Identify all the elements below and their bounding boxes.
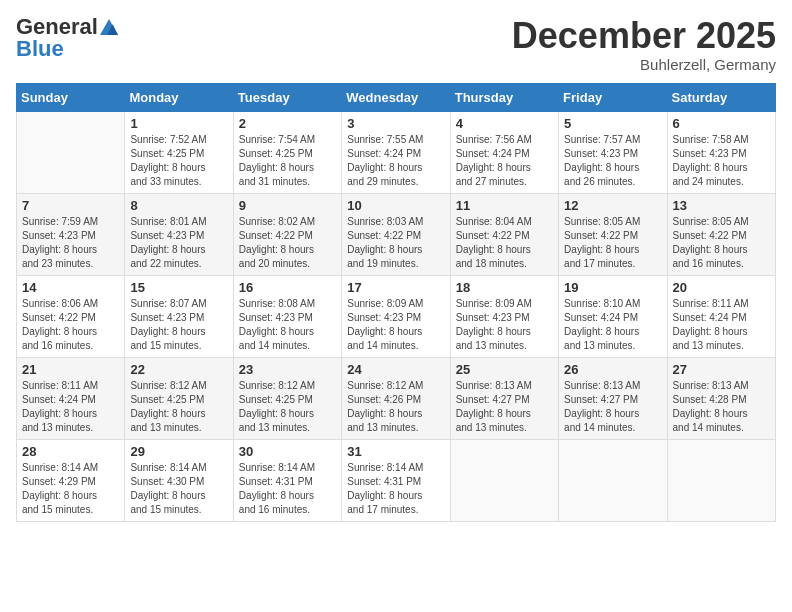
title-block: December 2025 Buhlerzell, Germany bbox=[512, 16, 776, 73]
day-info: Sunrise: 8:08 AMSunset: 4:23 PMDaylight:… bbox=[239, 297, 336, 353]
day-number: 8 bbox=[130, 198, 227, 213]
day-info: Sunrise: 7:57 AMSunset: 4:23 PMDaylight:… bbox=[564, 133, 661, 189]
day-info: Sunrise: 7:59 AMSunset: 4:23 PMDaylight:… bbox=[22, 215, 119, 271]
day-info: Sunrise: 8:10 AMSunset: 4:24 PMDaylight:… bbox=[564, 297, 661, 353]
day-info: Sunrise: 7:54 AMSunset: 4:25 PMDaylight:… bbox=[239, 133, 336, 189]
calendar-cell: 18Sunrise: 8:09 AMSunset: 4:23 PMDayligh… bbox=[450, 275, 558, 357]
day-number: 27 bbox=[673, 362, 770, 377]
calendar-cell: 31Sunrise: 8:14 AMSunset: 4:31 PMDayligh… bbox=[342, 439, 450, 521]
day-info: Sunrise: 8:09 AMSunset: 4:23 PMDaylight:… bbox=[456, 297, 553, 353]
calendar-cell: 16Sunrise: 8:08 AMSunset: 4:23 PMDayligh… bbox=[233, 275, 341, 357]
day-number: 3 bbox=[347, 116, 444, 131]
day-info: Sunrise: 8:14 AMSunset: 4:30 PMDaylight:… bbox=[130, 461, 227, 517]
calendar-day-header: Thursday bbox=[450, 83, 558, 111]
day-info: Sunrise: 8:05 AMSunset: 4:22 PMDaylight:… bbox=[564, 215, 661, 271]
day-number: 16 bbox=[239, 280, 336, 295]
calendar-cell: 23Sunrise: 8:12 AMSunset: 4:25 PMDayligh… bbox=[233, 357, 341, 439]
day-number: 6 bbox=[673, 116, 770, 131]
calendar-cell: 9Sunrise: 8:02 AMSunset: 4:22 PMDaylight… bbox=[233, 193, 341, 275]
day-number: 23 bbox=[239, 362, 336, 377]
calendar-day-header: Wednesday bbox=[342, 83, 450, 111]
day-number: 28 bbox=[22, 444, 119, 459]
day-number: 10 bbox=[347, 198, 444, 213]
day-number: 21 bbox=[22, 362, 119, 377]
day-info: Sunrise: 7:58 AMSunset: 4:23 PMDaylight:… bbox=[673, 133, 770, 189]
calendar-cell: 27Sunrise: 8:13 AMSunset: 4:28 PMDayligh… bbox=[667, 357, 775, 439]
calendar-cell: 6Sunrise: 7:58 AMSunset: 4:23 PMDaylight… bbox=[667, 111, 775, 193]
calendar-cell: 7Sunrise: 7:59 AMSunset: 4:23 PMDaylight… bbox=[17, 193, 125, 275]
day-info: Sunrise: 8:12 AMSunset: 4:25 PMDaylight:… bbox=[130, 379, 227, 435]
day-number: 15 bbox=[130, 280, 227, 295]
calendar-cell: 22Sunrise: 8:12 AMSunset: 4:25 PMDayligh… bbox=[125, 357, 233, 439]
calendar-cell: 2Sunrise: 7:54 AMSunset: 4:25 PMDaylight… bbox=[233, 111, 341, 193]
day-info: Sunrise: 8:14 AMSunset: 4:29 PMDaylight:… bbox=[22, 461, 119, 517]
calendar-cell: 21Sunrise: 8:11 AMSunset: 4:24 PMDayligh… bbox=[17, 357, 125, 439]
day-number: 7 bbox=[22, 198, 119, 213]
calendar-cell: 26Sunrise: 8:13 AMSunset: 4:27 PMDayligh… bbox=[559, 357, 667, 439]
day-info: Sunrise: 8:03 AMSunset: 4:22 PMDaylight:… bbox=[347, 215, 444, 271]
day-number: 20 bbox=[673, 280, 770, 295]
calendar-week-row: 21Sunrise: 8:11 AMSunset: 4:24 PMDayligh… bbox=[17, 357, 776, 439]
day-info: Sunrise: 8:14 AMSunset: 4:31 PMDaylight:… bbox=[347, 461, 444, 517]
calendar-cell: 25Sunrise: 8:13 AMSunset: 4:27 PMDayligh… bbox=[450, 357, 558, 439]
day-info: Sunrise: 8:12 AMSunset: 4:26 PMDaylight:… bbox=[347, 379, 444, 435]
day-number: 11 bbox=[456, 198, 553, 213]
day-info: Sunrise: 8:11 AMSunset: 4:24 PMDaylight:… bbox=[22, 379, 119, 435]
calendar-cell: 15Sunrise: 8:07 AMSunset: 4:23 PMDayligh… bbox=[125, 275, 233, 357]
logo: General Blue bbox=[16, 16, 118, 60]
day-number: 1 bbox=[130, 116, 227, 131]
day-number: 2 bbox=[239, 116, 336, 131]
calendar-table: SundayMondayTuesdayWednesdayThursdayFrid… bbox=[16, 83, 776, 522]
calendar-cell: 20Sunrise: 8:11 AMSunset: 4:24 PMDayligh… bbox=[667, 275, 775, 357]
calendar-cell: 4Sunrise: 7:56 AMSunset: 4:24 PMDaylight… bbox=[450, 111, 558, 193]
calendar-cell bbox=[559, 439, 667, 521]
calendar-cell bbox=[17, 111, 125, 193]
month-title: December 2025 bbox=[512, 16, 776, 56]
calendar-cell bbox=[450, 439, 558, 521]
day-info: Sunrise: 8:13 AMSunset: 4:27 PMDaylight:… bbox=[564, 379, 661, 435]
calendar-day-header: Sunday bbox=[17, 83, 125, 111]
day-number: 13 bbox=[673, 198, 770, 213]
day-info: Sunrise: 8:02 AMSunset: 4:22 PMDaylight:… bbox=[239, 215, 336, 271]
calendar-week-row: 1Sunrise: 7:52 AMSunset: 4:25 PMDaylight… bbox=[17, 111, 776, 193]
calendar-cell: 17Sunrise: 8:09 AMSunset: 4:23 PMDayligh… bbox=[342, 275, 450, 357]
calendar-day-header: Tuesday bbox=[233, 83, 341, 111]
day-number: 25 bbox=[456, 362, 553, 377]
calendar-week-row: 14Sunrise: 8:06 AMSunset: 4:22 PMDayligh… bbox=[17, 275, 776, 357]
calendar-cell: 5Sunrise: 7:57 AMSunset: 4:23 PMDaylight… bbox=[559, 111, 667, 193]
day-number: 30 bbox=[239, 444, 336, 459]
calendar-cell: 24Sunrise: 8:12 AMSunset: 4:26 PMDayligh… bbox=[342, 357, 450, 439]
logo-icon bbox=[100, 18, 118, 36]
calendar-week-row: 28Sunrise: 8:14 AMSunset: 4:29 PMDayligh… bbox=[17, 439, 776, 521]
calendar-cell: 11Sunrise: 8:04 AMSunset: 4:22 PMDayligh… bbox=[450, 193, 558, 275]
calendar-cell: 10Sunrise: 8:03 AMSunset: 4:22 PMDayligh… bbox=[342, 193, 450, 275]
day-number: 29 bbox=[130, 444, 227, 459]
day-info: Sunrise: 8:09 AMSunset: 4:23 PMDaylight:… bbox=[347, 297, 444, 353]
day-info: Sunrise: 8:04 AMSunset: 4:22 PMDaylight:… bbox=[456, 215, 553, 271]
calendar-cell: 13Sunrise: 8:05 AMSunset: 4:22 PMDayligh… bbox=[667, 193, 775, 275]
day-info: Sunrise: 8:01 AMSunset: 4:23 PMDaylight:… bbox=[130, 215, 227, 271]
day-number: 17 bbox=[347, 280, 444, 295]
calendar-day-header: Monday bbox=[125, 83, 233, 111]
day-info: Sunrise: 8:07 AMSunset: 4:23 PMDaylight:… bbox=[130, 297, 227, 353]
calendar-cell: 28Sunrise: 8:14 AMSunset: 4:29 PMDayligh… bbox=[17, 439, 125, 521]
day-info: Sunrise: 8:12 AMSunset: 4:25 PMDaylight:… bbox=[239, 379, 336, 435]
day-info: Sunrise: 7:56 AMSunset: 4:24 PMDaylight:… bbox=[456, 133, 553, 189]
logo-general: General bbox=[16, 16, 98, 38]
day-info: Sunrise: 8:13 AMSunset: 4:28 PMDaylight:… bbox=[673, 379, 770, 435]
day-number: 31 bbox=[347, 444, 444, 459]
calendar-day-header: Saturday bbox=[667, 83, 775, 111]
calendar-cell: 30Sunrise: 8:14 AMSunset: 4:31 PMDayligh… bbox=[233, 439, 341, 521]
day-info: Sunrise: 8:14 AMSunset: 4:31 PMDaylight:… bbox=[239, 461, 336, 517]
day-number: 5 bbox=[564, 116, 661, 131]
day-number: 9 bbox=[239, 198, 336, 213]
calendar-cell: 1Sunrise: 7:52 AMSunset: 4:25 PMDaylight… bbox=[125, 111, 233, 193]
day-number: 22 bbox=[130, 362, 227, 377]
calendar-cell: 14Sunrise: 8:06 AMSunset: 4:22 PMDayligh… bbox=[17, 275, 125, 357]
day-number: 18 bbox=[456, 280, 553, 295]
logo-blue: Blue bbox=[16, 38, 64, 60]
day-info: Sunrise: 8:13 AMSunset: 4:27 PMDaylight:… bbox=[456, 379, 553, 435]
day-number: 14 bbox=[22, 280, 119, 295]
calendar-cell bbox=[667, 439, 775, 521]
calendar-week-row: 7Sunrise: 7:59 AMSunset: 4:23 PMDaylight… bbox=[17, 193, 776, 275]
